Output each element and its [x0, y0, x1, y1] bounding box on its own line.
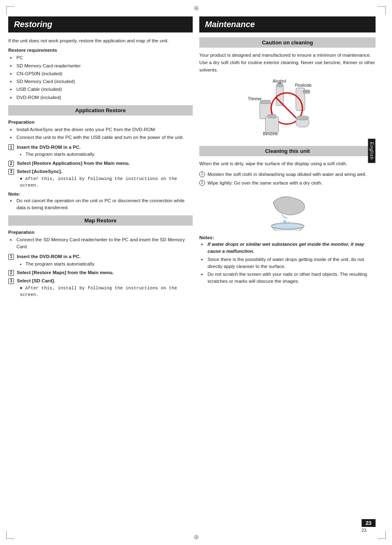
- restore-requirements-label: Restore requirements: [8, 48, 193, 53]
- left-column: Restoring If the unit does not work prop…: [8, 16, 193, 513]
- app-note-label: Note:: [8, 192, 193, 196]
- step-block: 3Select [SD Card].● After this, install …: [8, 278, 193, 298]
- map-steps: 1Insert the DVD-ROM in a PC.The program …: [8, 254, 193, 298]
- svg-rect-15: [265, 117, 279, 132]
- app-note-item: Do not cancel the operation on the unit …: [10, 197, 193, 212]
- list-item: If water drops or similar wet substances…: [201, 241, 376, 255]
- list-item: PC: [10, 54, 193, 61]
- chemicals-svg: Alcohol Pesticide Thinner Benzine Wax: [242, 78, 333, 139]
- list-item: Do not scratch the screen with your nail…: [201, 271, 376, 285]
- caution-text: Your product is designed and manufacture…: [199, 52, 376, 74]
- crosshair-top: [194, 4, 199, 12]
- list-item: Since there is the possibility of water …: [201, 256, 376, 270]
- restore-requirements-list: PCSD Memory Card reader/writerCN-GP50N (…: [8, 54, 193, 101]
- cleaning-intro: When the unit is dirty, wipe the surface…: [199, 160, 376, 167]
- corner-mark-tl: [6, 6, 14, 14]
- svg-text:Pesticide: Pesticide: [295, 83, 311, 88]
- page-num-plain: 23: [362, 528, 376, 533]
- svg-rect-12: [261, 100, 270, 104]
- crosshair-bottom: [194, 533, 199, 541]
- svg-line-14: [276, 97, 298, 120]
- english-tab: English: [368, 139, 375, 163]
- map-restore-header: Map Restore: [8, 215, 193, 226]
- wipe-illustration: [199, 190, 376, 231]
- cleaning-notes-label: Notes:: [199, 235, 376, 240]
- step-block: 1Insert the DVD-ROM in a PC.The program …: [8, 144, 193, 158]
- list-item: Connect the SD Memory Card reader/writer…: [10, 236, 193, 251]
- corner-mark-bl: [6, 531, 14, 539]
- app-prep-list: Install ActiveSync and the driver onto y…: [8, 126, 193, 141]
- page-number-area: 23 23: [8, 519, 384, 533]
- cleaning-header: Cleaning this unit: [199, 146, 376, 156]
- cleaning-steps-list: 1Moisten the soft cloth in dishwashing s…: [199, 171, 376, 187]
- step-block: 1Insert the DVD-ROM in a PC.The program …: [8, 254, 193, 268]
- wipe-svg: [261, 190, 314, 231]
- app-restore-header: Application Restore: [8, 105, 193, 115]
- step-block: 2Select [Restore Maps] from the Main men…: [8, 270, 193, 276]
- list-item: 1Moisten the soft cloth in dishwashing s…: [199, 171, 376, 178]
- app-note-block: Note: Do not cancel the operation on the…: [8, 192, 193, 212]
- app-steps: 1Insert the DVD-ROM in a PC.The program …: [8, 144, 193, 189]
- step-block: 3Select [ActiveSync].● After this, insta…: [8, 169, 193, 189]
- list-item: SD Memory Card reader/writer: [10, 62, 193, 69]
- list-item: 2Wipe lightly. Go over the same surface …: [199, 180, 376, 187]
- svg-point-22: [273, 224, 302, 229]
- maintenance-header: Maintenance: [199, 16, 376, 32]
- page-box: 23: [362, 519, 376, 527]
- list-item: Connect the unit to the PC with the USB …: [10, 134, 193, 141]
- list-item: DVD-ROM (included): [10, 94, 193, 101]
- map-prep-label: Preparation: [8, 230, 193, 235]
- svg-point-18: [296, 116, 309, 120]
- restoring-intro: If the unit does not work properly, rest…: [8, 37, 193, 44]
- list-item: CN-GP50N (included): [10, 70, 193, 77]
- chemicals-illustration: Alcohol Pesticide Thinner Benzine Wax: [199, 78, 376, 139]
- svg-text:Thinner: Thinner: [248, 97, 262, 101]
- app-prep-label: Preparation: [8, 120, 193, 125]
- cleaning-notes-list: If water drops or similar wet substances…: [199, 241, 376, 285]
- list-item: USB Cable (included): [10, 86, 193, 93]
- caution-header: Caution on cleaning: [199, 37, 376, 48]
- map-prep-list: Connect the SD Memory Card reader/writer…: [8, 236, 193, 251]
- list-item: Install ActiveSync and the driver onto y…: [10, 126, 193, 133]
- step-block: 2Select [Restore Applications] from the …: [8, 161, 193, 166]
- right-col-inner: Maintenance Caution on cleaning Your pro…: [199, 16, 384, 285]
- corner-mark-br: [378, 531, 386, 539]
- app-note-list: Do not cancel the operation on the unit …: [8, 197, 193, 212]
- right-column: Maintenance Caution on cleaning Your pro…: [199, 16, 384, 513]
- svg-rect-16: [268, 115, 276, 118]
- restoring-header: Restoring: [8, 16, 193, 32]
- corner-mark-tr: [378, 6, 386, 14]
- svg-rect-7: [279, 82, 281, 84]
- list-item: SD Memory Card (included): [10, 78, 193, 85]
